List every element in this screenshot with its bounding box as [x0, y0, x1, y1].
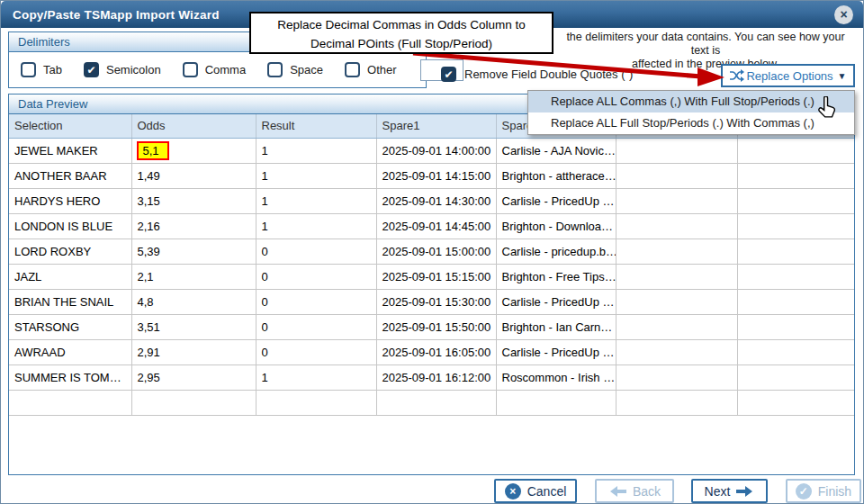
next-button[interactable]: Next: [691, 479, 768, 503]
delimiter-option-space: Space: [267, 62, 323, 77]
remove-quotes-row: ✔ Remove Field Double Quotes ("): [441, 67, 633, 82]
delimiter-label: Semicolon: [106, 63, 161, 76]
import-wizard-dialog: Copy/Paste TSMapp Import Wizard × Delimi…: [0, 0, 864, 504]
table-cell: LORD ROXBY: [9, 238, 131, 264]
cursor-hand-icon: [814, 96, 838, 122]
table-cell: [737, 188, 854, 213]
remove-quotes-checkbox[interactable]: ✔: [441, 67, 456, 82]
table-cell: Brighton - Ian Carn…: [496, 314, 616, 339]
table-cell: Carlisle - PricedUp …: [496, 188, 616, 213]
table-cell: 2025-09-01 14:45:00: [376, 213, 496, 238]
column-header: Odds: [131, 114, 256, 138]
delimiter-option-other: Other: [345, 62, 397, 77]
table-row: ANOTHER BAAR1,4912025-09-01 14:15:00Brig…: [9, 163, 854, 188]
next-arrow-icon: [736, 486, 754, 497]
cancel-x-icon: ×: [505, 483, 521, 500]
back-label: Back: [633, 484, 661, 499]
table-cell: 2,1: [131, 264, 256, 289]
table-cell: 0: [256, 238, 376, 264]
table-cell: [737, 238, 854, 264]
table-cell: 2025-09-01 14:30:00: [376, 188, 496, 213]
table-cell: [737, 213, 854, 238]
table-cell: 0: [256, 339, 376, 364]
data-preview-group: Data Preview SelectionOddsResultSpare1Sp…: [8, 94, 855, 475]
chevron-down-icon: ▼: [838, 71, 847, 81]
table-cell: 2025-09-01 15:15:00: [376, 264, 496, 289]
table-cell: HARDYS HERO: [9, 188, 131, 213]
table-cell: 1: [256, 138, 376, 163]
menu-item-periods-to-commas[interactable]: Replace ALL Full Stop/Periods (.) With C…: [528, 112, 854, 134]
table-cell: Carlisle - PricedUp …: [496, 289, 616, 314]
back-button[interactable]: Back: [595, 479, 674, 503]
window-title: Copy/Paste TSMapp Import Wizard: [1, 8, 220, 22]
table-row: SUMMER IS TOM…2,9512025-09-01 16:12:00Ro…: [9, 364, 854, 390]
table-cell: 2025-09-01 14:00:00: [376, 138, 496, 163]
swap-arrows-icon: [729, 69, 744, 82]
table-row: LONDON IS BLUE2,1612025-09-01 14:45:00Br…: [9, 213, 854, 238]
table-cell: Brighton - Free Tips…: [496, 264, 616, 289]
table-cell: 1: [256, 213, 376, 238]
table-cell: 3,51: [131, 314, 256, 339]
table-cell: 3,15: [131, 188, 256, 213]
table-cell: [737, 339, 854, 364]
delimiter-option-tab: Tab: [21, 62, 62, 77]
table-cell: [737, 289, 854, 314]
table-cell: 2,91: [131, 339, 256, 364]
table-cell: [737, 390, 854, 415]
table-cell: [616, 264, 737, 289]
delimiter-checkbox-semicolon[interactable]: ✔: [84, 62, 99, 77]
delimiter-option-comma: Comma: [183, 62, 247, 77]
table-cell: 2,16: [131, 213, 256, 238]
delimiter-checkbox-tab[interactable]: [21, 62, 36, 77]
table-cell: [737, 163, 854, 188]
table-cell: Roscommon - Irish …: [496, 364, 616, 390]
table-cell: BRIAN THE SNAIL: [9, 289, 131, 314]
menu-item-commas-to-periods[interactable]: Replace ALL Commas (,) With Full Stop/Pe…: [528, 91, 854, 112]
table-cell: 2025-09-01 15:00:00: [376, 238, 496, 264]
close-icon[interactable]: ×: [834, 5, 853, 24]
table-cell: [616, 138, 737, 163]
delimiter-checkbox-space[interactable]: [267, 62, 283, 77]
finish-check-icon: ✓: [796, 483, 812, 500]
table-cell: 1,49: [131, 163, 256, 188]
table-cell: 2,95: [131, 364, 256, 390]
delimiter-label: Other: [367, 63, 397, 76]
table-cell: JEWEL MAKER: [9, 138, 131, 163]
table-cell: 2025-09-01 15:30:00: [376, 289, 496, 314]
table-cell: [496, 390, 616, 415]
table-cell: JAZL: [9, 264, 131, 289]
delimiter-checkbox-other[interactable]: [345, 62, 360, 77]
table-cell: 1: [256, 188, 376, 213]
table-cell: [616, 163, 737, 188]
table-cell: [737, 364, 854, 390]
table-row: LORD ROXBY5,3902025-09-01 15:00:00Carlis…: [9, 238, 854, 264]
cancel-button[interactable]: × Cancel: [494, 479, 577, 503]
remove-quotes-label: Remove Field Double Quotes ("): [464, 68, 633, 81]
delimiter-options: Tab✔SemicolonCommaSpaceOther: [9, 52, 426, 87]
table-cell: [9, 390, 131, 415]
table-row: [9, 390, 854, 415]
delimiter-label: Tab: [43, 63, 62, 76]
table-cell: [616, 213, 737, 238]
table-cell: 0: [256, 289, 376, 314]
table-cell: STARSONG: [9, 314, 131, 339]
table-cell: [131, 390, 256, 415]
finish-button[interactable]: ✓ Finish: [786, 479, 861, 503]
delimiter-label: Space: [290, 63, 323, 76]
annotation-callout: Replace Decimal Commas in Odds Column to…: [249, 12, 554, 54]
table-cell: [616, 289, 737, 314]
table-cell: [737, 314, 854, 339]
preview-table: SelectionOddsResultSpare1Spare JEWEL MAK…: [9, 114, 854, 416]
table-cell: [616, 364, 737, 390]
highlighted-odds-value: 5,1: [137, 141, 169, 160]
delimiter-option-semicolon: ✔Semicolon: [84, 62, 161, 77]
table-cell: ANOTHER BAAR: [9, 163, 131, 188]
replace-options-menu: Replace ALL Commas (,) With Full Stop/Pe…: [527, 90, 855, 135]
table-cell: [616, 390, 737, 415]
table-cell: [616, 314, 737, 339]
table-cell: 1: [256, 364, 376, 390]
table-body: JEWEL MAKER5,112025-09-01 14:00:00Carlis…: [9, 138, 854, 415]
table-row: STARSONG3,5102025-09-01 15:50:00Brighton…: [9, 314, 854, 339]
delimiter-checkbox-comma[interactable]: [183, 62, 198, 77]
replace-options-button[interactable]: Replace Options ▼: [721, 64, 855, 87]
